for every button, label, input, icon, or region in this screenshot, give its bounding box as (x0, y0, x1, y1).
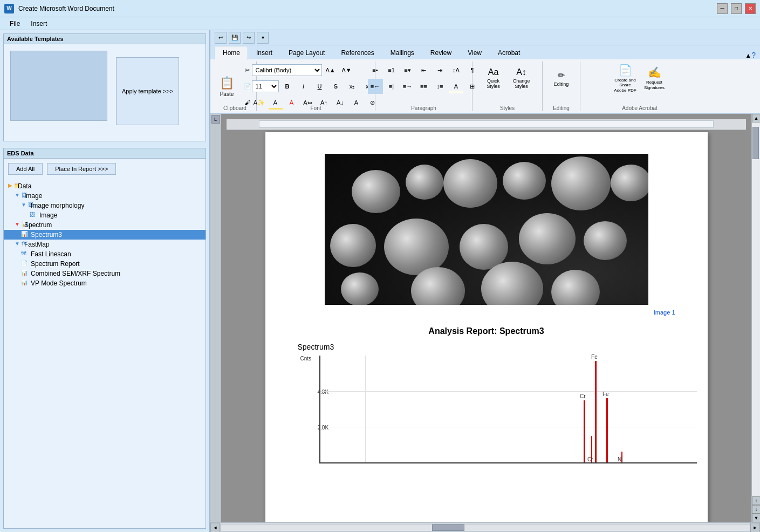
scroll-track-v[interactable] (752, 122, 760, 496)
scroll-up-button[interactable]: ▲ (752, 114, 760, 122)
vertical-scrollbar[interactable]: ▲ ↑ ↓ ▼ (751, 114, 760, 522)
document-area: L (210, 114, 760, 522)
create-pdf-button[interactable]: 📄 Create and Share Adobe PDF (612, 63, 638, 94)
editing-button[interactable]: ✏ Editing (549, 63, 574, 94)
redo-button[interactable]: ↪ (243, 32, 255, 44)
data-tree: ▶ 📁 Data ▼ 🖼 Image ▼ 🖼 Image morphology (4, 179, 206, 290)
editing-content: ✏ Editing (549, 63, 574, 110)
underline-button[interactable]: U (312, 79, 327, 94)
justify-button[interactable]: ≡≡ (416, 79, 432, 94)
multilevel-button[interactable]: ≡▾ (400, 63, 415, 78)
tree-item-fast-linescan[interactable]: 🗺 Fast Linescan (4, 249, 206, 259)
horizontal-scrollbar[interactable]: ◄ ► (210, 522, 760, 532)
tree-item-image-morphology[interactable]: ▼ 🖼 Image morphology (4, 201, 206, 210)
tree-item-spectrum3[interactable]: 📊 Spectrum3 (4, 230, 206, 240)
font-name-dropdown[interactable]: Calibri (Body) (252, 64, 322, 76)
align-left-button[interactable]: ≡← (368, 79, 383, 94)
image-icon: 🖼 (30, 212, 38, 219)
font-group: Calibri (Body) A▲ A▼ 11 B I U S̶ x₂ (257, 62, 375, 111)
tree-item-vp-mode[interactable]: 📊 VP Mode Spectrum (4, 278, 206, 288)
line-spacing-button[interactable]: ↕≡ (433, 79, 448, 94)
help-button[interactable]: ? (751, 51, 756, 59)
subscript-button[interactable]: x₂ (345, 79, 360, 94)
maximize-button[interactable]: □ (731, 3, 742, 14)
apply-template-button[interactable]: Apply template >>> (116, 57, 179, 125)
eds-buttons: Add All Place In Report >>> (4, 159, 206, 179)
scroll-down-button[interactable]: ▼ (752, 514, 760, 522)
tab-review[interactable]: Review (422, 46, 460, 59)
font-shrink-button[interactable]: A▼ (339, 63, 354, 78)
scroll-thumb-h[interactable] (432, 524, 464, 531)
tab-acrobat[interactable]: Acrobat (490, 46, 528, 59)
add-all-button[interactable]: Add All (8, 163, 43, 175)
collapse-ribbon-button[interactable]: ▲ (745, 52, 751, 59)
customize-qa-button[interactable]: ▾ (257, 32, 269, 44)
create-pdf-label: Create and Share Adobe PDF (613, 78, 638, 93)
shading-button[interactable]: A (449, 79, 464, 94)
tree-item-spectrum[interactable]: ▼ 📊 Spectrum (4, 220, 206, 230)
y-tick-4k: 4.0K (318, 389, 329, 395)
minimize-button[interactable]: ─ (717, 3, 728, 14)
particle-15 (551, 270, 600, 305)
folder-icon-fastmap: ▼ 🗺 (15, 241, 23, 248)
tree-item-data[interactable]: ▶ 📁 Data (4, 181, 206, 191)
undo-button[interactable]: ↩ (215, 32, 227, 44)
bullets-button[interactable]: ≡• (368, 63, 383, 78)
change-styles-button[interactable]: A↕ Change Styles (509, 63, 535, 94)
tree-item-spectrum-report[interactable]: 📄 Spectrum Report (4, 259, 206, 269)
analysis-heading: Analysis Report: Spectrum3 (298, 326, 675, 336)
close-button[interactable]: ✕ (745, 3, 756, 14)
numbering-button[interactable]: ≡1 (384, 63, 399, 78)
quick-styles-button[interactable]: Aa Quick Styles (481, 63, 506, 94)
tab-view[interactable]: View (460, 46, 490, 59)
templates-section: Available Templates Apply template >>> (3, 33, 206, 141)
tree-item-combined[interactable]: 📊 Combined SEM/XRF Spectrum (4, 269, 206, 278)
tab-home[interactable]: Home (215, 46, 248, 60)
request-signatures-button[interactable]: ✍ Request Signatures (641, 63, 667, 94)
font-content: Calibri (Body) A▲ A▼ 11 B I U S̶ x₂ (252, 63, 380, 110)
menu-file[interactable]: File (4, 19, 25, 29)
tab-mailings[interactable]: Mailings (382, 46, 422, 59)
scroll-thumb-v[interactable] (752, 127, 759, 159)
quick-styles-container: Aa Quick Styles (481, 63, 506, 94)
save-button[interactable]: 💾 (229, 32, 241, 44)
peak-fe-main-label: Fe (591, 354, 598, 360)
editing-group-label: Editing (543, 105, 580, 111)
font-grow-button[interactable]: A▲ (323, 63, 338, 78)
menu-bar: File Insert (0, 17, 760, 30)
spectrum-chart: 4.0K 2.0K Fe Fe (319, 356, 697, 463)
scroll-page-up-button[interactable]: ↑ (752, 496, 760, 505)
clipboard-label: Clipboard (214, 105, 256, 111)
italic-button[interactable]: I (296, 79, 311, 94)
tree-item-fastmap[interactable]: ▼ 🗺 FastMap (4, 240, 206, 249)
scroll-track-h[interactable] (220, 524, 750, 531)
decrease-indent-button[interactable]: ⇤ (416, 63, 432, 78)
paragraph-group: ≡• ≡1 ≡▾ ⇤ ⇥ ↕A ¶ ≡← ≡| ≡→ ≡≡ ↕≡ A (375, 62, 473, 111)
pdf-icon: 📄 (619, 64, 632, 77)
ruler-corner[interactable]: L (211, 115, 220, 124)
doc-scroll-area[interactable]: Image 1 Analysis Report: Spectrum3 Spect… (221, 114, 751, 522)
place-in-report-button[interactable]: Place In Report >>> (47, 163, 116, 175)
font-size-dropdown[interactable]: 11 (252, 80, 279, 92)
menu-insert[interactable]: Insert (25, 19, 52, 29)
paste-button[interactable]: 📋 Paste (215, 72, 239, 101)
tab-page-layout[interactable]: Page Layout (280, 46, 333, 59)
scroll-left-button[interactable]: ◄ (210, 523, 220, 533)
particle-9 (460, 224, 508, 270)
sort-button[interactable]: ↕A (449, 63, 464, 78)
tab-references[interactable]: References (333, 46, 382, 59)
tree-item-image[interactable]: ▼ 🖼 Image (4, 191, 206, 201)
increase-indent-button[interactable]: ⇥ (433, 63, 448, 78)
strikethrough-button[interactable]: S̶ (328, 79, 344, 94)
report-icon: 📄 (21, 260, 30, 268)
tab-insert[interactable]: Insert (248, 46, 280, 59)
para-row2: ≡← ≡| ≡→ ≡≡ ↕≡ A ⊞ (368, 79, 480, 94)
bold-button[interactable]: B (280, 79, 295, 94)
align-center-button[interactable]: ≡| (384, 79, 399, 94)
tree-item-image-leaf[interactable]: 🖼 Image (4, 210, 206, 220)
ribbon-toolbar: 📋 Paste ✂ 📄 🖌 Clipboard (210, 59, 760, 114)
scroll-page-down-button[interactable]: ↓ (752, 505, 760, 514)
scroll-right-button[interactable]: ► (750, 523, 760, 533)
align-right-button[interactable]: ≡→ (400, 79, 415, 94)
editing-icon: ✏ (558, 70, 565, 80)
